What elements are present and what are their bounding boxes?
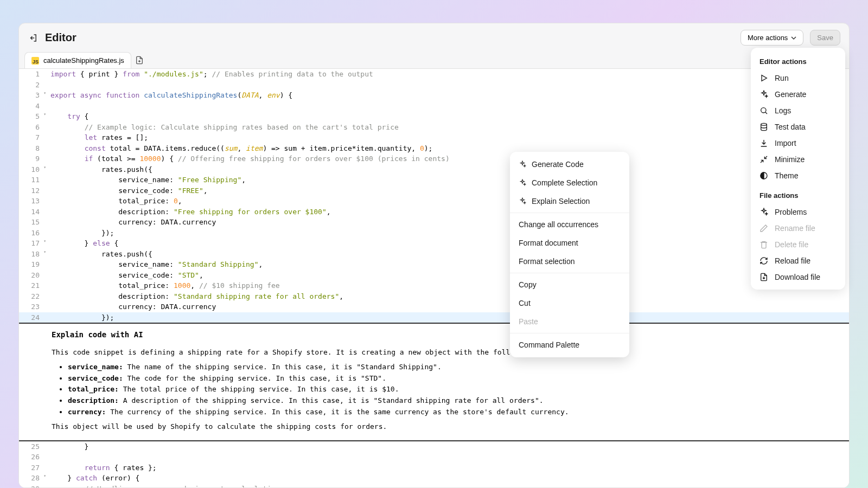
context-menu-item[interactable]: Explain Selection (510, 192, 629, 210)
code-line[interactable]: 11 service_name: "Free Shipping", (19, 175, 849, 185)
code-line[interactable]: 5 try { (19, 111, 849, 122)
menu-separator (510, 333, 629, 333)
code-line[interactable]: 7 let rates = []; (19, 132, 849, 143)
code-text[interactable]: }); (45, 228, 114, 239)
code-text[interactable]: } catch (error) { (45, 473, 139, 484)
code-line[interactable]: 10 rates.push({ (19, 164, 849, 175)
context-menu-item[interactable]: Format document (510, 234, 629, 252)
code-line[interactable]: 9 if (total >= 10000) { // Offering free… (19, 153, 849, 164)
code-text[interactable]: import { print } from "./modules.js"; //… (45, 69, 373, 80)
code-line[interactable]: 6 // Example logic: Calculate shipping r… (19, 122, 849, 133)
code-line[interactable]: 8 const total = DATA.items.reduce((sum, … (19, 143, 849, 154)
save-button[interactable]: Save (810, 30, 840, 46)
code-text[interactable]: // Example logic: Calculate shipping rat… (45, 122, 399, 133)
more-actions-label: More actions (748, 34, 788, 42)
action-item-minimize[interactable]: Minimize (751, 151, 845, 168)
code-text[interactable]: rates.push({ (45, 249, 152, 260)
action-label: Reload file (775, 256, 810, 265)
code-line[interactable]: 3export async function calculateShipping… (19, 90, 849, 101)
code-text[interactable]: service_code: "STD", (45, 270, 203, 281)
code-text[interactable]: } (45, 441, 88, 452)
code-line[interactable]: 29 // Handling any errors during rate ca… (19, 484, 849, 488)
code-text[interactable]: service_code: "FREE", (45, 185, 208, 196)
code-line[interactable]: 27 return { rates }; (19, 463, 849, 473)
action-item-theme[interactable]: Theme (751, 168, 845, 184)
code-text[interactable] (45, 80, 50, 91)
code-line[interactable]: 19 service_name: "Standard Shipping", (19, 259, 849, 270)
download-icon (760, 139, 768, 147)
code-text[interactable]: export async function calculateShippingR… (45, 90, 292, 101)
code-line[interactable]: 21 total_price: 1000, // $10 shipping fe… (19, 280, 849, 291)
code-text[interactable]: description: "Free shipping for orders o… (45, 207, 331, 217)
code-line[interactable]: 22 description: "Standard shipping rate … (19, 291, 849, 302)
line-number: 12 (19, 185, 45, 196)
code-text[interactable] (45, 452, 50, 463)
code-text[interactable]: service_name: "Free Shipping", (45, 175, 246, 185)
back-icon[interactable] (28, 33, 39, 43)
action-item-download-file[interactable]: Download file (751, 269, 845, 285)
code-text[interactable]: currency: DATA.currency (45, 217, 216, 228)
code-text[interactable]: }); (45, 312, 114, 323)
explain-bullet: service_name: The name of the shipping s… (68, 362, 841, 373)
action-item-generate[interactable]: Generate (751, 86, 845, 102)
code-text[interactable]: let rates = []; (45, 132, 148, 143)
code-text[interactable]: service_name: "Standard Shipping", (45, 259, 263, 270)
code-text[interactable]: total_price: 0, (45, 196, 182, 207)
context-menu-item[interactable]: Complete Selection (510, 174, 629, 192)
more-actions-button[interactable]: More actions (741, 30, 803, 46)
new-file-icon[interactable] (135, 55, 144, 65)
code-line[interactable]: 15 currency: DATA.currency (19, 217, 849, 228)
action-item-problems[interactable]: Problems (751, 204, 845, 220)
code-line[interactable]: 28 } catch (error) { (19, 473, 849, 484)
trash-icon (760, 240, 768, 249)
action-item-logs[interactable]: Logs (751, 102, 845, 119)
action-item-import[interactable]: Import (751, 135, 845, 151)
context-menu-item[interactable]: Copy (510, 275, 629, 294)
code-text[interactable]: if (total >= 10000) { // Offering free s… (45, 153, 450, 164)
code-line[interactable]: 17 } else { (19, 238, 849, 249)
action-item-run[interactable]: Run (751, 70, 845, 86)
code-line[interactable]: 13 total_price: 0, (19, 196, 849, 207)
code-line[interactable]: 4 (19, 101, 849, 112)
code-text[interactable]: } else { (45, 238, 118, 249)
code-text[interactable]: currency: DATA.currency (45, 301, 216, 312)
page-title: Editor (45, 31, 734, 44)
svg-marker-0 (762, 75, 767, 81)
code-line[interactable]: 12 service_code: "FREE", (19, 185, 849, 196)
code-line[interactable]: 2 (19, 80, 849, 91)
code-text[interactable] (45, 101, 50, 112)
code-line[interactable]: 18 rates.push({ (19, 249, 849, 260)
code-editor[interactable]: 1import { print } from "./modules.js"; /… (19, 68, 849, 488)
code-text[interactable]: description: "Standard shipping rate for… (45, 291, 343, 302)
theme-icon (760, 171, 768, 180)
svg-point-2 (761, 123, 767, 125)
code-text[interactable]: total_price: 1000, // $10 shipping fee (45, 280, 280, 291)
code-line[interactable]: 25 } (19, 441, 849, 452)
explain-bullet: description: A description of the shippi… (68, 395, 841, 407)
tab-file[interactable]: JS calculateShippingRates.js (24, 52, 131, 68)
code-text[interactable]: return { rates }; (45, 463, 157, 473)
code-line[interactable]: 23 currency: DATA.currency (19, 301, 849, 312)
play-icon (760, 74, 768, 82)
action-label: Minimize (775, 155, 805, 164)
code-line[interactable]: 1import { print } from "./modules.js"; /… (19, 69, 849, 80)
context-menu-item[interactable]: Generate Code (510, 155, 629, 174)
context-menu-item[interactable]: Command Palette (510, 336, 629, 354)
action-item-test-data[interactable]: Test data (751, 119, 845, 135)
code-text[interactable]: // Handling any errors during rate calcu… (45, 484, 280, 488)
code-line[interactable]: 24 }); (19, 312, 849, 323)
context-menu-item[interactable]: Cut (510, 294, 629, 312)
code-line[interactable]: 20 service_code: "STD", (19, 270, 849, 281)
code-text[interactable]: rates.push({ (45, 164, 152, 175)
code-line[interactable]: 26 (19, 452, 849, 463)
line-number: 21 (19, 280, 45, 291)
context-menu-item[interactable]: Change all occurrences (510, 215, 629, 234)
context-menu-item[interactable]: Format selection (510, 252, 629, 271)
code-line[interactable]: 16 }); (19, 228, 849, 239)
code-line[interactable]: 14 description: "Free shipping for order… (19, 207, 849, 217)
code-text[interactable]: try { (45, 111, 88, 122)
svg-point-1 (761, 108, 766, 113)
line-number: 7 (19, 132, 45, 143)
code-text[interactable]: const total = DATA.items.reduce((sum, it… (45, 143, 432, 154)
action-item-reload-file[interactable]: Reload file (751, 253, 845, 269)
